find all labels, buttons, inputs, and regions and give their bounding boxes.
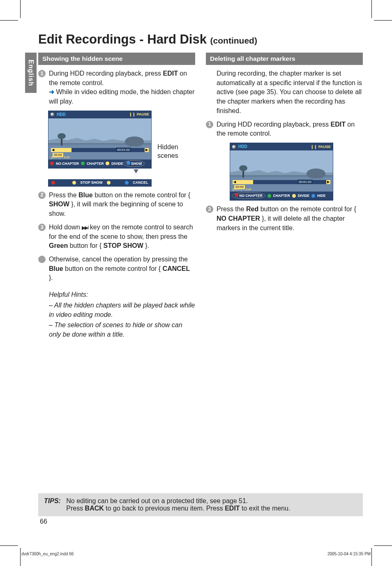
t2b: BACK <box>85 505 104 512</box>
r-intro: During recording, the chapter marker is … <box>217 70 362 114</box>
r2d: NO CHAPTER <box>217 215 260 222</box>
arrow-icon: ➜ <box>49 88 54 95</box>
blue-dot-icon <box>127 161 130 165</box>
blue-label-2: CANCEL <box>133 180 148 185</box>
hidden-scenes-caption: Hidden scenes <box>157 143 186 160</box>
timeline-left-arrow-icon: ◀ <box>51 148 55 152</box>
yellow-dot-icon <box>106 162 109 165</box>
bullet-3: 3 <box>38 224 46 231</box>
hints-2: – The selection of scenes to hide or sho… <box>49 321 195 339</box>
bullet-1r: 1 <box>206 121 213 128</box>
red-label-r: NO CHAPTER <box>239 194 262 198</box>
timeline-right-arrow-icon: ▶ <box>145 148 149 152</box>
two-columns: Showing the hidden scene 1 During HDD re… <box>38 50 363 341</box>
green-label-r: CHAPTER <box>273 193 290 198</box>
page-number: 66 <box>40 518 47 525</box>
bullet-dot <box>38 256 46 263</box>
right-step-1: 1 During HDD recording playback, press E… <box>206 120 363 139</box>
lob: Blue <box>49 265 63 272</box>
pause-label-r: ❙❙ PAUSE <box>311 144 331 150</box>
hints-1: – All the hidden chapters will be played… <box>49 301 195 319</box>
loe: }. <box>49 274 53 281</box>
bullet-1: 1 <box>38 70 46 77</box>
t2c: to go back to previous menu item. Press <box>104 505 225 512</box>
r1a: During HDD recording playback, press <box>217 121 330 128</box>
right-band: Deleting all chapter markers <box>206 53 363 65</box>
bullet-2r: 2 <box>206 206 213 213</box>
l3e: STOP SHOW <box>104 242 143 249</box>
hints-title: Helpful Hints: <box>49 290 195 300</box>
t2e: to exit the menu. <box>240 505 291 512</box>
player-screenshot-right: HDD ❙❙ PAUSE ◀ 00:01:02 ▶ 00:00 <box>230 143 333 201</box>
color-button-row-2: STOP SHOW CANCEL <box>48 179 152 187</box>
color-button-row-r: NO CHAPTER CHAPTER DIVIDE HIDE <box>230 192 333 200</box>
left-column: Showing the hidden scene 1 During HDD re… <box>38 50 195 341</box>
preview-image: ◀ 00:01:02 ▶ 00:00 [EDIT] = Exit <box>48 118 151 159</box>
color-button-row: NO CHAPTER CHAPTER DIVIDE SHOW <box>48 159 151 168</box>
yellow-label-2: STOP SHOW <box>80 180 103 185</box>
title-main: Edit Recordings - Hard Disk <box>38 32 210 46</box>
timeline-marker-time: 00:01:02 <box>116 148 131 152</box>
t2a: Press <box>66 505 85 512</box>
right-step-2: 2 Press the Red button on the remote con… <box>206 205 363 233</box>
blue-label-r: HIDE <box>317 193 325 198</box>
right-column: Deleting all chapter markers During reco… <box>206 50 363 341</box>
yellow-label-r: DIVIDE <box>298 193 309 198</box>
green-label: CHAPTER <box>87 161 104 166</box>
loa: Otherwise, cancel the operation by press… <box>49 256 188 263</box>
left-step-1: 1 During HDD recording playback, press E… <box>38 69 195 106</box>
left-step-3: 3 Hold down ▶▶I key on the remote contro… <box>38 223 195 251</box>
red-dot-icon-r <box>235 193 238 197</box>
rec-dot-icon-r <box>232 145 236 149</box>
footer-left: dvdr7300h_eu_eng2.indd 66 <box>21 552 74 556</box>
timeline-right-arrow-icon-r: ▶ <box>326 180 330 184</box>
title-suffix: (continued) <box>210 36 257 45</box>
l1b: EDIT <box>163 70 178 77</box>
yellow-dot-icon-2 <box>72 181 76 185</box>
page-title: Edit Recordings - Hard Disk (continued) <box>38 32 363 47</box>
l1a: During HDD recording playback, press <box>49 70 163 77</box>
blue-dot-icon-r <box>311 194 315 198</box>
show-oval: SHOW <box>124 160 145 167</box>
preview-image-r: ◀ 00:01:02 ▶ 00:00 [EDIT] = Exit <box>230 150 333 192</box>
left-band: Showing the hidden scene <box>38 53 195 65</box>
r2c: button on the remote control for { <box>258 206 356 213</box>
l1d: While in video editing mode, the hidden … <box>49 88 195 105</box>
rec-dot-icon <box>51 113 54 116</box>
red-dot-icon <box>50 162 54 165</box>
lod: CANCEL <box>163 265 190 272</box>
timeline-bar-r: ◀ 00:01:02 ▶ <box>233 180 330 184</box>
left-step-2: 2 Press the Blue button on the remote co… <box>38 191 195 219</box>
player-header-r: HDD ❙❙ PAUSE <box>230 143 333 150</box>
pause-label: ❙❙ PAUSE <box>129 112 149 117</box>
green-dot-icon-r <box>267 194 271 198</box>
footer: dvdr7300h_eu_eng2.indd 66 2005-10-04 4:1… <box>21 552 371 556</box>
l3f: }. <box>143 242 149 249</box>
player-header: HDD ❙❙ PAUSE <box>48 111 151 118</box>
l3a: Hold down <box>49 224 82 231</box>
loc: button on the remote control for { <box>63 265 163 272</box>
timeline-marker-time-r: 00:01:02 <box>297 180 313 184</box>
r1b: EDIT <box>330 121 345 128</box>
red-dot-icon-2 <box>51 181 55 185</box>
timeline-left-arrow-icon-r: ◀ <box>233 180 237 184</box>
l3c: Green <box>49 242 68 249</box>
t2d: EDIT <box>225 505 240 512</box>
l2a: Press the <box>49 192 78 199</box>
hdd-label: HDD <box>57 112 66 118</box>
r2a: Press the <box>217 206 246 213</box>
l2b: Blue <box>78 192 93 199</box>
nochapter-oval: NO CHAPTER <box>232 192 265 199</box>
timeline-bar: ◀ 00:01:02 ▶ <box>51 148 149 152</box>
blue-label: SHOW <box>131 162 142 166</box>
tips-label: TIPS: <box>44 497 61 504</box>
down-arrow-icon <box>134 169 138 173</box>
timeline-played <box>55 148 71 152</box>
footer-right: 2005-10-04 4:15:35 PM <box>327 552 371 556</box>
l3d: button for { <box>68 242 103 249</box>
yellow-label: DIVIDE <box>111 161 123 166</box>
edit-exit-hint-r: [EDIT] = Exit <box>233 187 251 192</box>
red-label: NO CHAPTER <box>56 161 79 166</box>
l2e: }, it will mark the beginning of scene t… <box>49 201 183 217</box>
l2d: SHOW <box>49 201 69 208</box>
